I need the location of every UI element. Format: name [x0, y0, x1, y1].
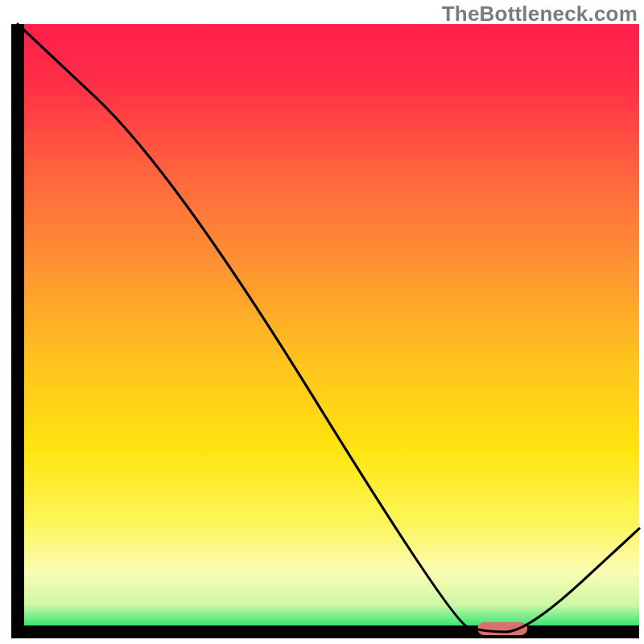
heat-gradient [18, 24, 639, 632]
watermark-text: TheBottleneck.com [442, 2, 638, 27]
chart-container: TheBottleneck.com [0, 0, 644, 644]
bottleneck-chart [0, 0, 644, 644]
